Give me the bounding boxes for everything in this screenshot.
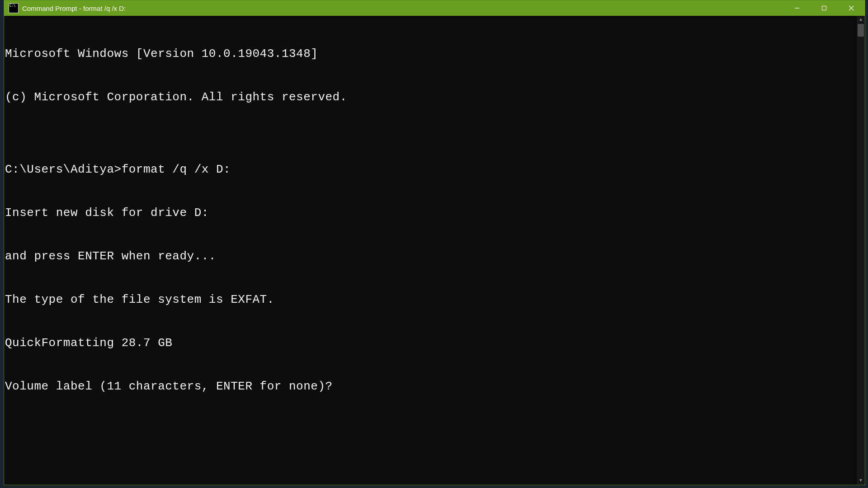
terminal-line: QuickFormatting 28.7 GB [5,336,857,350]
close-icon [849,5,854,11]
terminal-line: and press ENTER when ready... [5,249,857,263]
terminal-line: Volume label (11 characters, ENTER for n… [5,379,857,394]
cmd-icon [9,3,19,13]
maximize-icon [821,5,827,11]
terminal-output[interactable]: Microsoft Windows [Version 10.0.19043.13… [4,16,857,485]
terminal-line: Microsoft Windows [Version 10.0.19043.13… [5,47,857,61]
scroll-track[interactable] [857,24,865,477]
terminal-area: Microsoft Windows [Version 10.0.19043.13… [4,16,865,485]
minimize-icon [794,5,800,11]
close-button[interactable] [838,0,865,16]
titlebar[interactable]: Command Prompt - format /q /x D: [4,0,865,16]
svg-rect-1 [822,6,826,10]
maximize-button[interactable] [811,0,838,16]
scroll-up-arrow-icon[interactable]: ▲ [857,16,865,24]
scroll-thumb[interactable] [858,24,864,37]
window-controls [783,0,865,16]
terminal-line: (c) Microsoft Corporation. All rights re… [5,90,857,104]
terminal-line: C:\Users\Aditya>format /q /x D: [5,162,857,177]
scroll-down-arrow-icon[interactable]: ▼ [857,477,865,485]
terminal-line: Insert new disk for drive D: [5,206,857,220]
terminal-line: The type of the file system is EXFAT. [5,292,857,307]
vertical-scrollbar[interactable]: ▲ ▼ [857,16,865,485]
minimize-button[interactable] [783,0,811,16]
window-title: Command Prompt - format /q /x D: [22,5,783,12]
command-prompt-window: Command Prompt - format /q /x D: Microso… [4,0,865,485]
